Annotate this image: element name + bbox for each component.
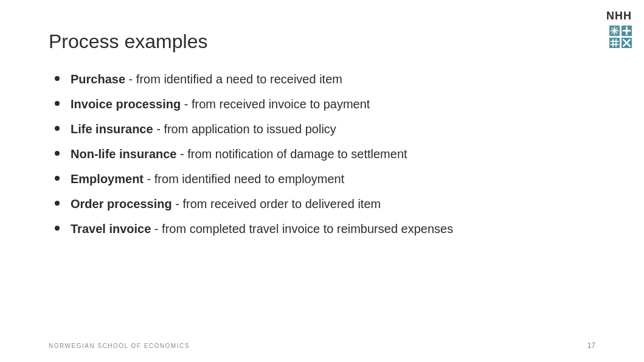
footer: NORWEGIAN SCHOOL OF ECONOMICS 17 [49,341,595,350]
slide: NHH [0,0,644,362]
bullet-dot-5 [55,201,60,206]
bullet-rest-6: from completed travel invoice to reimbur… [162,222,453,235]
bullet-text-3: Non-life insurance - from notification o… [71,146,407,162]
bullet-term-5: Order processing [71,197,172,211]
page-title: Process examples [49,30,595,53]
bullet-term-4: Employment [71,172,144,186]
bullet-list: Purchase - from identified a need to rec… [55,71,595,237]
bullet-text-2: Life insurance - from application to iss… [71,121,336,137]
bullet-term-2: Life insurance [71,122,153,136]
bullet-rest-5: from received order to delivered item [183,197,381,211]
bullet-item-6: Travel invoice - from completed travel i… [55,221,595,237]
bullet-text-6: Travel invoice - from completed travel i… [71,221,453,237]
nhh-logo-text: NHH [606,10,632,23]
logo-icon-bl [609,37,620,48]
bullet-item-4: Employment - from identified need to emp… [55,171,595,187]
bullet-dot-4 [55,176,60,181]
bullet-rest-2: from application to issued policy [164,122,336,136]
bullet-text-0: Purchase - from identified a need to rec… [71,71,342,88]
bullet-item-5: Order processing - from received order t… [55,196,595,212]
bullet-dot-0 [55,76,60,81]
bullet-term-1: Invoice processing [71,97,181,111]
logo-area: NHH [606,10,632,48]
bullet-dot-6 [55,226,60,231]
bullet-rest-0: from identified a need to received item [136,72,342,86]
bullet-term-0: Purchase [71,72,125,86]
bullet-text-5: Order processing - from received order t… [71,196,381,212]
footer-institution: NORWEGIAN SCHOOL OF ECONOMICS [49,343,190,349]
bullet-text-1: Invoice processing - from received invoi… [71,96,370,113]
bullet-dot-2 [55,126,60,131]
bullet-item-0: Purchase - from identified a need to rec… [55,71,595,88]
bullet-item-3: Non-life insurance - from notification o… [55,146,595,162]
bullet-dot-3 [55,151,60,156]
bullet-term-3: Non-life insurance [71,147,176,161]
bullet-rest-3: from notification of damage to settlemen… [187,147,407,161]
bullet-separator-2: - [153,122,164,136]
bullet-item-2: Life insurance - from application to iss… [55,121,595,137]
bullet-item-1: Invoice processing - from received invoi… [55,96,595,113]
bullet-separator-1: - [181,97,192,111]
svg-rect-9 [609,38,620,48]
bullet-separator-4: - [144,172,154,186]
footer-page-number: 17 [587,341,595,350]
bullet-separator-5: - [172,197,183,211]
bullet-text-4: Employment - from identified need to emp… [71,171,344,187]
bullet-separator-0: - [125,72,136,86]
logo-icon-tl [609,25,620,36]
logo-icon-br [621,37,632,48]
nhh-logo-icon [609,25,632,48]
bullet-rest-1: from received invoice to payment [192,97,370,111]
bullet-dot-1 [55,101,60,106]
bullet-term-6: Travel invoice [71,222,151,235]
bullet-separator-3: - [176,147,187,161]
bullet-separator-6: - [151,222,162,235]
logo-icon-tr [621,25,632,36]
svg-point-5 [613,29,615,31]
bullet-rest-4: from identified need to employment [154,172,344,186]
